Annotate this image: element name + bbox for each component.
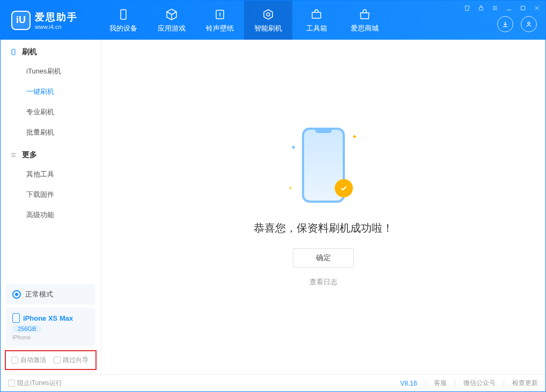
ok-button[interactable]: 确定: [293, 248, 354, 268]
lock-icon[interactable]: [477, 4, 485, 12]
nav-label: 我的设备: [109, 24, 137, 33]
music-icon: [213, 8, 227, 21]
cube-icon: [165, 8, 179, 21]
sparkle-icon: +: [289, 184, 292, 192]
sidebar: 刷机 iTunes刷机 一键刷机 专业刷机 批量刷机 更多 其他工具 下载固件 …: [1, 40, 101, 374]
nav-my-device[interactable]: 我的设备: [99, 1, 147, 40]
nav-label: 铃声壁纸: [206, 24, 234, 33]
more-icon: [9, 151, 18, 159]
nav-label: 爱思商城: [351, 24, 379, 33]
store-icon: [358, 8, 372, 21]
check-badge-icon: [335, 179, 353, 197]
section-flash-title: 刷机: [1, 40, 101, 61]
sidebar-item-itunes-flash[interactable]: iTunes刷机: [1, 61, 101, 82]
checkbox-label: 自动激活: [20, 356, 46, 365]
phone-icon: [9, 48, 18, 56]
sparkle-icon: ✦: [352, 133, 357, 140]
mode-dot-icon: [12, 290, 21, 299]
svg-point-5: [528, 22, 530, 24]
nav-apps-games[interactable]: 应用游戏: [147, 1, 196, 40]
top-toolbar: iU 爱思助手 www.i4.cn 我的设备 应用游戏 铃声壁纸 智能刷机 工具…: [1, 1, 545, 40]
svg-rect-4: [521, 6, 525, 10]
sidebar-item-other-tools[interactable]: 其他工具: [1, 164, 101, 184]
device-icon: [116, 8, 130, 21]
sidebar-item-advanced[interactable]: 高级功能: [1, 205, 101, 225]
section-more-title: 更多: [1, 143, 101, 164]
checkbox-icon: [11, 357, 18, 364]
app-logo[interactable]: iU 爱思助手 www.i4.cn: [1, 11, 88, 30]
section-label: 更多: [22, 150, 37, 160]
svg-rect-2: [312, 12, 321, 18]
section-label: 刷机: [22, 47, 37, 57]
nav-ringtones[interactable]: 铃声壁纸: [196, 1, 244, 40]
sidebar-item-download-firmware[interactable]: 下载固件: [1, 184, 101, 205]
main-area: 刷机 iTunes刷机 一键刷机 专业刷机 批量刷机 更多 其他工具 下载固件 …: [1, 40, 545, 374]
nav-label: 智能刷机: [254, 24, 282, 33]
sparkle-icon: ✦: [291, 144, 296, 151]
device-card[interactable]: iPhone XS Max 256GB iPhone: [6, 308, 95, 346]
checkbox-label: 阻止iTunes运行: [17, 379, 62, 388]
nav-store[interactable]: 爱思商城: [341, 1, 389, 40]
sidebar-item-oneclick-flash[interactable]: 一键刷机: [1, 82, 101, 102]
checkbox-label: 跳过向导: [63, 356, 88, 365]
success-message: 恭喜您，保资料刷机成功啦！: [254, 221, 393, 235]
checkbox-icon: [54, 357, 61, 364]
version-label: V8.16: [400, 380, 417, 387]
app-subtitle: www.i4.cn: [35, 24, 78, 30]
user-icon[interactable]: [521, 16, 537, 32]
top-nav: 我的设备 应用游戏 铃声壁纸 智能刷机 工具箱 爱思商城: [99, 1, 389, 40]
maximize-icon[interactable]: [519, 4, 527, 12]
customer-service-link[interactable]: 客服: [434, 379, 447, 388]
logo-icon: iU: [11, 11, 31, 30]
svg-rect-0: [121, 10, 126, 19]
view-log-link[interactable]: 查看日志: [309, 277, 337, 287]
checkbox-skip-guide[interactable]: 跳过向导: [54, 356, 88, 365]
check-update-link[interactable]: 检查更新: [512, 379, 538, 388]
refresh-icon: [261, 8, 275, 21]
checkbox-block-itunes[interactable]: 阻止iTunes运行: [8, 379, 62, 388]
mode-label: 正常模式: [25, 290, 53, 299]
checkbox-icon: [8, 380, 15, 387]
device-storage-badge: 256GB: [12, 325, 41, 332]
checkbox-auto-activate[interactable]: 自动激活: [11, 356, 46, 365]
success-illustration: ✦ ✦ +: [289, 128, 358, 208]
sidebar-item-pro-flash[interactable]: 专业刷机: [1, 102, 101, 122]
download-icon[interactable]: [497, 16, 513, 32]
close-icon[interactable]: [533, 4, 541, 12]
nav-toolbox[interactable]: 工具箱: [292, 1, 341, 40]
wechat-link[interactable]: 微信公众号: [463, 379, 496, 388]
menu-icon[interactable]: [491, 4, 499, 12]
device-name-label: iPhone XS Max: [23, 314, 73, 322]
shirt-icon[interactable]: [463, 4, 471, 12]
device-type-label: iPhone: [12, 334, 89, 341]
svg-rect-6: [12, 49, 15, 55]
nav-label: 工具箱: [306, 24, 327, 33]
svg-rect-3: [479, 8, 483, 10]
minimize-icon[interactable]: [505, 4, 513, 12]
window-controls: [463, 4, 541, 12]
nav-label: 应用游戏: [158, 24, 186, 33]
sidebar-item-batch-flash[interactable]: 批量刷机: [1, 122, 101, 143]
toolbox-icon: [309, 8, 323, 21]
mode-indicator[interactable]: 正常模式: [6, 284, 95, 305]
app-title: 爱思助手: [35, 11, 78, 24]
nav-smart-flash[interactable]: 智能刷机: [244, 1, 292, 40]
content-pane: ✦ ✦ + 恭喜您，保资料刷机成功啦！ 确定 查看日志: [101, 40, 545, 374]
top-right-actions: [497, 16, 537, 32]
phone-small-icon: [12, 313, 20, 323]
options-highlight: 自动激活 跳过向导: [5, 350, 97, 370]
status-bar: 阻止iTunes运行 V8.16 | 客服 | 微信公众号 | 检查更新: [1, 374, 545, 391]
